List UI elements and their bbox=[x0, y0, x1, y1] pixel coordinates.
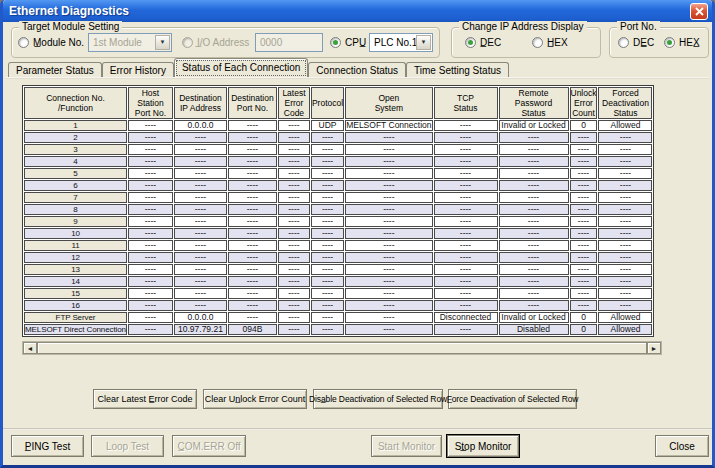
table-cell[interactable]: ---- bbox=[598, 132, 652, 143]
table-cell[interactable]: ---- bbox=[174, 192, 227, 203]
table-cell[interactable]: ---- bbox=[345, 288, 432, 299]
table-cell[interactable]: ---- bbox=[311, 216, 344, 227]
tab-error-history[interactable]: Error History bbox=[102, 62, 174, 78]
tab-status-of-each-connection[interactable]: Status of Each Connection bbox=[174, 58, 308, 78]
table-cell[interactable]: Invalid or Locked bbox=[499, 312, 569, 323]
table-cell[interactable]: ---- bbox=[499, 288, 569, 299]
table-cell[interactable]: ---- bbox=[434, 120, 498, 131]
table-cell[interactable]: Allowed bbox=[598, 120, 652, 131]
table-cell[interactable]: ---- bbox=[228, 264, 277, 275]
row-header[interactable]: 9 bbox=[24, 216, 127, 227]
tab-parameter-status[interactable]: Parameter Status bbox=[8, 62, 102, 78]
table-cell[interactable]: ---- bbox=[598, 300, 652, 311]
row-header[interactable]: 8 bbox=[24, 204, 127, 215]
table-cell[interactable]: ---- bbox=[311, 156, 344, 167]
table-cell[interactable]: ---- bbox=[598, 204, 652, 215]
table-cell[interactable]: ---- bbox=[434, 228, 498, 239]
table-cell[interactable]: ---- bbox=[228, 300, 277, 311]
table-cell[interactable]: ---- bbox=[228, 252, 277, 263]
table-cell[interactable]: ---- bbox=[434, 288, 498, 299]
table-cell[interactable]: ---- bbox=[345, 312, 432, 323]
table-cell[interactable]: ---- bbox=[345, 228, 432, 239]
port-dec-radio[interactable]: DE̲C bbox=[618, 35, 654, 50]
table-cell[interactable]: ---- bbox=[311, 144, 344, 155]
table-cell[interactable]: ---- bbox=[174, 240, 227, 251]
table-cell[interactable]: ---- bbox=[174, 144, 227, 155]
table-cell[interactable]: Allowed bbox=[598, 324, 652, 335]
tab-time-setting-status[interactable]: Time Setting Status bbox=[406, 62, 509, 78]
table-cell[interactable]: ---- bbox=[434, 276, 498, 287]
table-cell[interactable]: ---- bbox=[311, 168, 344, 179]
table-cell[interactable]: ---- bbox=[570, 180, 598, 191]
table-cell[interactable]: ---- bbox=[228, 228, 277, 239]
table-cell[interactable]: ---- bbox=[228, 312, 277, 323]
table-cell[interactable]: ---- bbox=[499, 132, 569, 143]
scrollbar-thumb[interactable] bbox=[37, 342, 647, 354]
row-header[interactable]: 2 bbox=[24, 132, 127, 143]
table-cell[interactable]: MELSOFT Connection bbox=[345, 120, 432, 131]
table-cell[interactable]: ---- bbox=[499, 144, 569, 155]
row-header[interactable]: 4 bbox=[24, 156, 127, 167]
table-cell[interactable]: ---- bbox=[434, 132, 498, 143]
tab-connection-status[interactable]: Connection Status bbox=[308, 62, 406, 78]
table-cell[interactable]: ---- bbox=[570, 276, 598, 287]
table-cell[interactable]: ---- bbox=[345, 132, 432, 143]
table-cell[interactable]: ---- bbox=[278, 264, 310, 275]
table-cell[interactable]: ---- bbox=[434, 300, 498, 311]
table-cell[interactable]: ---- bbox=[598, 240, 652, 251]
row-header[interactable]: 14 bbox=[24, 276, 127, 287]
table-cell[interactable]: ---- bbox=[311, 204, 344, 215]
table-cell[interactable]: ---- bbox=[311, 312, 344, 323]
table-cell[interactable]: ---- bbox=[434, 180, 498, 191]
table-cell[interactable]: 094B bbox=[228, 324, 277, 335]
close-window-button[interactable] bbox=[690, 3, 708, 20]
table-cell[interactable]: ---- bbox=[345, 144, 432, 155]
table-cell[interactable]: ---- bbox=[278, 168, 310, 179]
table-cell[interactable]: ---- bbox=[128, 204, 173, 215]
table-cell[interactable]: ---- bbox=[228, 276, 277, 287]
table-cell[interactable]: ---- bbox=[311, 264, 344, 275]
table-cell[interactable]: ---- bbox=[570, 240, 598, 251]
table-cell[interactable]: ---- bbox=[345, 240, 432, 251]
table-cell[interactable]: ---- bbox=[174, 204, 227, 215]
table-cell[interactable]: ---- bbox=[278, 120, 310, 131]
table-cell[interactable]: Disabled bbox=[499, 324, 569, 335]
table-cell[interactable]: ---- bbox=[228, 240, 277, 251]
table-cell[interactable]: ---- bbox=[598, 144, 652, 155]
table-cell[interactable]: ---- bbox=[311, 180, 344, 191]
table-cell[interactable]: ---- bbox=[128, 156, 173, 167]
table-cell[interactable]: ---- bbox=[598, 276, 652, 287]
table-cell[interactable]: ---- bbox=[311, 276, 344, 287]
table-cell[interactable]: ---- bbox=[278, 288, 310, 299]
chevron-down-icon[interactable]: ▼ bbox=[416, 35, 431, 50]
table-cell[interactable]: ---- bbox=[598, 252, 652, 263]
row-header[interactable]: FTP Server bbox=[24, 312, 127, 323]
port-hex-radio[interactable]: HEX̲ bbox=[664, 35, 700, 50]
ip-dec-radio[interactable]: D̲EC bbox=[465, 35, 501, 50]
table-cell[interactable]: ---- bbox=[278, 228, 310, 239]
table-cell[interactable]: ---- bbox=[499, 228, 569, 239]
table-cell[interactable]: ---- bbox=[598, 192, 652, 203]
table-cell[interactable]: ---- bbox=[598, 156, 652, 167]
row-header[interactable]: 15 bbox=[24, 288, 127, 299]
table-cell[interactable]: ---- bbox=[570, 288, 598, 299]
table-cell[interactable]: 0.0.0.0 bbox=[174, 312, 227, 323]
table-cell[interactable]: ---- bbox=[434, 192, 498, 203]
table-cell[interactable]: ---- bbox=[311, 228, 344, 239]
table-cell[interactable]: ---- bbox=[174, 288, 227, 299]
table-cell[interactable]: ---- bbox=[345, 204, 432, 215]
table-cell[interactable]: ---- bbox=[278, 300, 310, 311]
table-cell[interactable]: ---- bbox=[278, 324, 310, 335]
table-cell[interactable]: ---- bbox=[174, 132, 227, 143]
table-cell[interactable]: ---- bbox=[570, 144, 598, 155]
table-cell[interactable]: ---- bbox=[570, 264, 598, 275]
table-cell[interactable]: ---- bbox=[345, 252, 432, 263]
table-cell[interactable]: ---- bbox=[499, 168, 569, 179]
table-cell[interactable]: ---- bbox=[311, 324, 344, 335]
table-cell[interactable]: ---- bbox=[128, 312, 173, 323]
table-cell[interactable]: ---- bbox=[228, 132, 277, 143]
table-cell[interactable]: ---- bbox=[434, 324, 498, 335]
table-cell[interactable]: ---- bbox=[345, 180, 432, 191]
row-header[interactable]: 6 bbox=[24, 180, 127, 191]
table-cell[interactable]: ---- bbox=[311, 240, 344, 251]
